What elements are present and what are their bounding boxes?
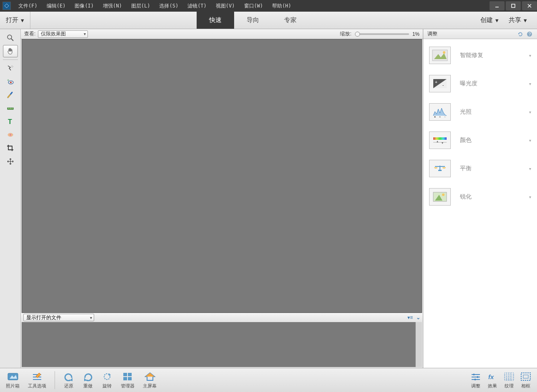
zoom-slider[interactable] [355,33,409,35]
whiten-teeth-tool[interactable] [3,89,18,101]
photobin-button[interactable]: 照片箱 [6,371,20,389]
textures-tab-button[interactable]: 纹理 [504,371,515,389]
svg-rect-51 [123,373,127,376]
close-button[interactable] [522,1,537,10]
bottom-right-group: 调整 fx 效果 纹理 相框 [465,371,531,389]
crop-tool[interactable] [3,142,18,154]
menu-window[interactable]: 窗口(W) [240,1,267,11]
maximize-button[interactable] [506,1,521,10]
menu-file[interactable]: 文件(F) [14,1,42,11]
main-menu: 文件(F) 编辑(E) 图像(I) 增强(N) 图层(L) 选择(S) 滤镜(T… [14,1,295,11]
photo-bin[interactable] [22,322,422,367]
help-icon[interactable]: ? [526,31,533,37]
home-button[interactable]: 主屏幕 [143,371,157,389]
move-tool[interactable] [3,155,18,168]
adjust-lighting[interactable]: 光照 ▾ [429,103,531,121]
menu-help[interactable]: 帮助(H) [268,1,295,11]
sliders-icon [470,371,481,382]
tab-expert[interactable]: 专家 [272,12,309,29]
toolbox: + T [0,29,21,368]
open-button[interactable]: 打开 ▾ [0,12,30,29]
adjustments-list: 智能修复 ▾ +- 曝光度 ▾ 光照 ▾ 颜色 ▾ 平衡 ▾ [423,39,537,213]
chevron-down-icon: ▾ [529,82,531,86]
svg-rect-61 [477,376,478,378]
reset-icon[interactable] [517,31,524,37]
svg-point-6 [11,66,13,67]
tab-quick[interactable]: 快速 [197,12,234,29]
menu-view[interactable]: 视图(V) [212,1,239,11]
adjust-label: 平衡 [460,165,520,172]
redo-icon [82,371,93,382]
photo-bin-scrollbar[interactable] [415,322,422,367]
mode-bar: 打开 ▾ 快速 导向 专家 创建▾ 共享▾ [0,12,537,29]
canvas-area[interactable] [22,39,422,313]
frames-tab-button[interactable]: 相框 [520,371,531,389]
svg-rect-64 [505,373,514,380]
redo-button[interactable]: 重做 [82,371,93,389]
hand-tool[interactable] [3,45,18,57]
adjustments-tab-button[interactable]: 调整 [470,371,481,389]
fx-icon: fx [487,371,498,382]
adjust-exposure[interactable]: +- 曝光度 ▾ [429,75,531,92]
title-bar: 文件(F) 编辑(E) 图像(I) 增强(N) 图层(L) 选择(S) 滤镜(T… [0,0,537,12]
menu-enhance[interactable]: 增强(N) [99,1,126,11]
top-right-menus: 创建▾ 共享▾ [475,12,537,29]
svg-point-41 [442,194,445,196]
svg-text:fx: fx [488,373,494,380]
chevron-down-icon[interactable]: ⌄ [416,315,420,320]
effects-tab-button[interactable]: fx 效果 [487,371,498,389]
menu-image[interactable]: 图像(I) [70,1,98,11]
frame-icon [520,371,531,382]
levels-icon [429,103,451,121]
svg-text:T: T [8,118,12,125]
organizer-button[interactable]: 管理器 [121,371,135,389]
straighten-tool[interactable] [3,102,18,114]
adjust-sharpen[interactable]: 锐化 ▾ [429,188,531,206]
zoom-slider-thumb[interactable] [355,32,360,37]
zoom-value: 1% [412,31,420,37]
undo-button[interactable]: 还原 [55,371,74,389]
create-menu[interactable]: 创建▾ [475,16,504,24]
menu-edit[interactable]: 编辑(E) [42,1,70,11]
app-icon [2,2,11,10]
svg-marker-30 [439,116,441,117]
window-controls [488,1,537,10]
adjust-label: 颜色 [460,136,520,144]
view-dropdown[interactable]: 仅限效果图 [38,30,88,38]
undo-icon [63,371,74,382]
share-menu[interactable]: 共享▾ [504,16,532,24]
exposure-icon: +- [429,75,451,92]
menu-select[interactable]: 选择(S) [155,1,182,11]
zoom-label: 缩放: [340,30,351,37]
open-label: 打开 [6,16,18,24]
svg-rect-60 [473,374,475,375]
sort-icon[interactable]: ▾≡ [407,315,413,320]
menu-layer[interactable]: 图层(L) [127,1,155,11]
chevron-down-icon: ▾ [529,110,531,114]
adjust-color[interactable]: 颜色 ▾ [429,131,531,149]
svg-marker-34 [437,141,438,142]
tab-guided[interactable]: 导向 [234,12,272,29]
svg-marker-31 [444,116,446,117]
menu-filter[interactable]: 滤镜(T) [183,1,211,11]
zoom-control: 缩放: 1% [340,30,420,37]
chevron-down-icon: ▾ [529,53,531,58]
adjust-balance[interactable]: 平衡 ▾ [429,160,531,177]
photo-bin-icon [7,371,18,382]
adjust-label: 锐化 [460,193,520,201]
svg-rect-38 [438,170,442,171]
adjust-smart-fix[interactable]: 智能修复 ▾ [429,47,531,64]
svg-text:+: + [435,80,437,84]
minimize-button[interactable] [490,1,505,10]
tool-options-button[interactable]: 工具选项 [28,371,46,389]
redeye-tool[interactable]: + [3,75,18,88]
photo-bin-dropdown[interactable]: 显示打开的文件 [23,314,94,321]
svg-text:-: - [442,83,444,87]
chevron-down-icon: ▾ [529,195,531,199]
rotate-button[interactable]: 旋转 [102,371,112,389]
quick-select-tool[interactable] [3,62,18,74]
chevron-down-icon: ▾ [529,166,531,171]
zoom-tool[interactable] [3,32,18,44]
type-tool[interactable]: T [3,115,18,128]
spot-heal-tool[interactable] [3,129,18,141]
